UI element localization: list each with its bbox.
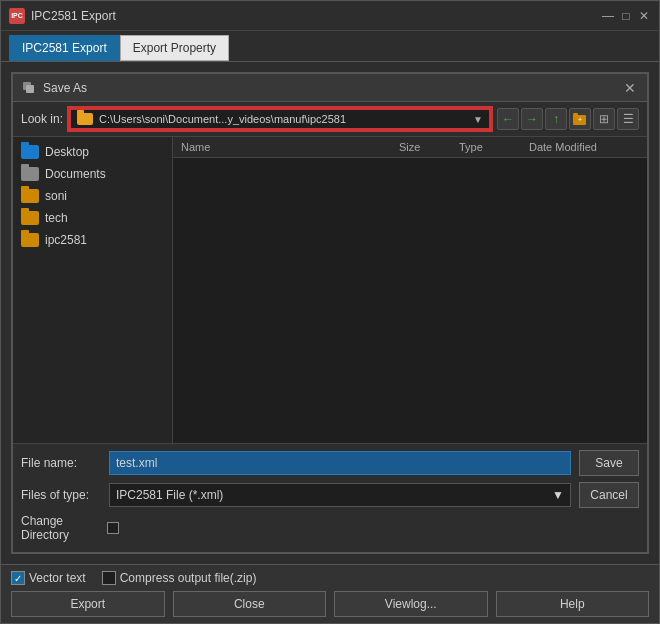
save-button[interactable]: Save — [579, 450, 639, 476]
window-controls: — □ ✕ — [601, 9, 651, 23]
folder-item-documents[interactable]: Documents — [13, 163, 172, 185]
current-folder-icon — [77, 113, 93, 125]
tab-ipc2581[interactable]: IPC2581 Export — [9, 35, 120, 61]
compress-label: Compress output file(.zip) — [120, 571, 257, 585]
svg-text:+: + — [578, 116, 582, 123]
window-title: IPC2581 Export — [31, 9, 601, 23]
compress-checkbox[interactable] — [102, 571, 116, 585]
content-area: Desktop Documents soni tech ipc2581 — [13, 137, 647, 443]
look-in-path: C:\Users\soni\Document...y_videos\manuf\… — [99, 113, 467, 125]
cancel-button[interactable]: Cancel — [579, 482, 639, 508]
look-in-combo[interactable]: C:\Users\soni\Document...y_videos\manuf\… — [69, 108, 491, 130]
change-directory-label: Change Directory — [21, 514, 101, 542]
help-button[interactable]: Help — [496, 591, 650, 617]
minimize-button[interactable]: — — [601, 9, 615, 23]
folder-label-tech: tech — [45, 211, 68, 225]
files-of-type-combo[interactable]: IPC2581 File (*.xml) ▼ — [109, 483, 571, 507]
main-window: IPC IPC2581 Export — □ ✕ IPC2581 Export … — [0, 0, 660, 624]
close-button[interactable]: Close — [173, 591, 327, 617]
export-button[interactable]: Export — [11, 591, 165, 617]
nav-back-button[interactable]: ← — [497, 108, 519, 130]
change-directory-checkbox[interactable] — [107, 522, 119, 534]
change-directory-row: Change Directory — [21, 514, 639, 542]
col-header-date: Date Modified — [529, 141, 639, 153]
desktop-folder-icon — [21, 145, 39, 159]
col-header-type: Type — [459, 141, 529, 153]
vector-text-label: Vector text — [29, 571, 86, 585]
compress-group: Compress output file(.zip) — [102, 571, 257, 585]
dialog-close-button[interactable]: ✕ — [621, 79, 639, 97]
vector-text-checkbox[interactable]: ✓ — [11, 571, 25, 585]
footer-section: ✓ Vector text Compress output file(.zip)… — [1, 564, 659, 623]
files-of-type-label: Files of type: — [21, 488, 101, 502]
tab-bar: IPC2581 Export Export Property — [1, 31, 659, 62]
maximize-button[interactable]: □ — [619, 9, 633, 23]
files-of-type-row: Files of type: IPC2581 File (*.xml) ▼ Ca… — [21, 482, 639, 508]
file-name-row: File name: Save — [21, 450, 639, 476]
save-as-dialog: Save As ✕ Look in: C:\Users\soni\Documen… — [11, 72, 649, 554]
file-list-body — [173, 158, 647, 358]
footer-options: ✓ Vector text Compress output file(.zip) — [11, 571, 649, 585]
file-name-input[interactable] — [109, 451, 571, 475]
vector-text-group: ✓ Vector text — [11, 571, 86, 585]
files-of-type-value: IPC2581 File (*.xml) — [116, 488, 223, 502]
folder-item-tech[interactable]: tech — [13, 207, 172, 229]
app-icon: IPC — [9, 8, 25, 24]
dialog-title: Save As — [43, 81, 621, 95]
folder-label-soni: soni — [45, 189, 67, 203]
look-in-dropdown-arrow: ▼ — [473, 114, 483, 125]
folder-label-ipc2581: ipc2581 — [45, 233, 87, 247]
bottom-section: File name: Save Files of type: IPC2581 F… — [13, 443, 647, 552]
look-in-bar: Look in: C:\Users\soni\Document...y_vide… — [13, 102, 647, 137]
folder-item-soni[interactable]: soni — [13, 185, 172, 207]
svg-rect-1 — [26, 85, 34, 93]
soni-folder-icon — [21, 189, 39, 203]
footer-buttons: Export Close Viewlog... Help — [11, 591, 649, 617]
close-window-button[interactable]: ✕ — [637, 9, 651, 23]
dialog-title-bar: Save As ✕ — [13, 74, 647, 102]
viewlog-button[interactable]: Viewlog... — [334, 591, 488, 617]
file-list-header: Name Size Type Date Modified — [173, 137, 647, 158]
folder-panel: Desktop Documents soni tech ipc2581 — [13, 137, 173, 443]
col-header-name: Name — [181, 141, 399, 153]
col-header-size: Size — [399, 141, 459, 153]
nav-forward-button[interactable]: → — [521, 108, 543, 130]
file-name-label: File name: — [21, 456, 101, 470]
nav-buttons: ← → ↑ + ⊞ ☰ — [497, 108, 639, 130]
title-bar: IPC IPC2581 Export — □ ✕ — [1, 1, 659, 31]
dialog-icon — [21, 80, 37, 96]
folder-item-desktop[interactable]: Desktop — [13, 141, 172, 163]
folder-label-documents: Documents — [45, 167, 106, 181]
file-panel: Name Size Type Date Modified — [173, 137, 647, 443]
tab-export-property[interactable]: Export Property — [120, 35, 229, 61]
look-in-label: Look in: — [21, 112, 63, 126]
ipc2581-folder-icon — [21, 233, 39, 247]
documents-folder-icon — [21, 167, 39, 181]
nav-view-list-button[interactable]: ⊞ — [593, 108, 615, 130]
files-of-type-arrow: ▼ — [552, 488, 564, 502]
folder-label-desktop: Desktop — [45, 145, 89, 159]
folder-item-ipc2581[interactable]: ipc2581 — [13, 229, 172, 251]
nav-view-detail-button[interactable]: ☰ — [617, 108, 639, 130]
nav-new-folder-button[interactable]: + — [569, 108, 591, 130]
tech-folder-icon — [21, 211, 39, 225]
nav-up-button[interactable]: ↑ — [545, 108, 567, 130]
